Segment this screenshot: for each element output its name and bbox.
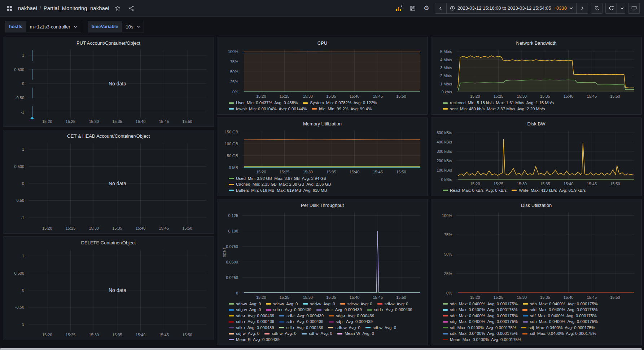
chevron-right-icon xyxy=(580,6,584,10)
legend-item[interactable]: UserMin: 0.0437% Avg: 0.438% xyxy=(229,100,298,106)
legend-item[interactable]: sdk-wAvg: 0 xyxy=(264,331,296,337)
legend-item[interactable]: sdiMax: 0.0400% Avg: 0.000175% xyxy=(443,325,516,331)
panel-title[interactable]: GET & HEAD Account/Container/Object xyxy=(6,132,211,140)
breadcrumb: nakhaei / Partial_Monitoring_nakhaei xyxy=(18,5,109,11)
panel-title[interactable]: DELETE Container/Object xyxy=(6,238,211,247)
panel-title[interactable]: Disk BW xyxy=(434,119,639,128)
legend-item[interactable]: BuffersMin: 616 MB Max: 619 MB Avg: 618 … xyxy=(229,188,327,194)
legend-item[interactable]: ReadMax: 0 kB/s Avg: 0 kB/s xyxy=(443,188,507,194)
legend-item[interactable]: sdfMax: 0.0400% Avg: 0.000175% xyxy=(523,313,597,319)
memory-chart[interactable]: 150 GB100 GB50 GB0 MB15:2015:2515:3015:3… xyxy=(220,128,425,175)
legend-color-swatch xyxy=(312,108,317,110)
legend-item[interactable]: sdi-wAvg: 0 xyxy=(365,325,396,331)
legend-item[interactable]: Mean-WAvg: 0 xyxy=(337,331,374,337)
time-range-picker[interactable]: 2023-03-12 15:16:00 to 2023-03-12 15:54:… xyxy=(446,3,577,14)
star-icon[interactable] xyxy=(112,3,123,14)
x-tick-label: 15:20 xyxy=(256,295,266,300)
legend-item[interactable]: sdf-rAvg: 0.000439 xyxy=(279,313,324,319)
legend-item[interactable]: IowaitMin: 0.00104% Avg: 0.00144% xyxy=(229,106,307,112)
y-tick-label: 75% xyxy=(434,232,452,237)
legend-item[interactable]: CachedMin: 2.33 GB Max: 2.38 GB Avg: 2.3… xyxy=(229,182,331,187)
legend-item[interactable]: sdb-wAvg: 0 xyxy=(229,301,261,307)
variable-timevariable-select[interactable]: 10s xyxy=(122,21,144,32)
legend-item[interactable]: sdcMax: 0.0400% Avg: 0.000175% xyxy=(443,307,517,313)
legend-item[interactable]: sdg-wAvg: 0 xyxy=(229,307,261,313)
delete-chart[interactable]: 10.5000-0.50-115:2015:2515:3015:3515:401… xyxy=(6,247,211,338)
y-axis-unit: ops/s xyxy=(222,245,226,260)
legend-item[interactable]: sdhMax: 0.0400% Avg: 0.000175% xyxy=(523,319,598,325)
save-dashboard-button[interactable] xyxy=(407,3,418,14)
panel-title[interactable]: Disk Utilization xyxy=(434,201,639,209)
legend-item[interactable]: sdi-rAvg: 0.000439 xyxy=(279,319,323,325)
horizontal-scrollbar[interactable] xyxy=(0,348,642,350)
legend-item[interactable]: sdb-rAvg: 0.000439 xyxy=(266,307,311,313)
legend-item[interactable]: recievedMin: 5.18 kb/s Max: 1.61 Mb/s Av… xyxy=(443,100,554,106)
share-icon[interactable] xyxy=(126,3,137,14)
panel-disk-utilization: Disk Utilization 100%75%50%25%0%15:2015:… xyxy=(431,199,642,345)
time-shift-forward-button[interactable] xyxy=(577,3,588,14)
legend-item[interactable]: sdl-wAvg: 0 xyxy=(302,331,332,337)
zoom-out-button[interactable] xyxy=(591,3,603,14)
panel-title[interactable]: Per Disk Throughput xyxy=(220,201,425,209)
cpu-chart[interactable]: 100%75%50%25%0%15:2015:2515:3015:3515:40… xyxy=(220,47,425,99)
legend-item[interactable]: sdh-wAvg: 0 xyxy=(328,325,360,331)
dashboard-grid: PUT Account/Container/Object 10.5000-0.5… xyxy=(0,37,644,350)
legend-item[interactable]: sdg-rAvg: 0.000439 xyxy=(329,313,374,319)
legend-item[interactable]: sdf-wAvg: 0 xyxy=(377,301,408,307)
panel-title[interactable]: CPU xyxy=(220,39,425,47)
disk-utilization-chart[interactable]: 100%75%50%25%0%15:2015:2515:3015:3515:40… xyxy=(434,209,639,300)
legend-item[interactable]: sdgMax: 0.0400% Avg: 0.000175% xyxy=(443,319,518,325)
per-disk-throughput-chart[interactable]: 0.1250.1000.07500.05000.0250015:2015:251… xyxy=(220,209,425,300)
legend-item[interactable]: sdc-wAvg: 0 xyxy=(266,301,298,307)
panel-title[interactable]: Memory Utilization xyxy=(220,119,425,128)
tv-mode-button[interactable] xyxy=(628,3,640,14)
time-shift-back-button[interactable] xyxy=(435,3,446,14)
legend-item[interactable]: sdk-rAvg: 0.000439 xyxy=(229,325,274,331)
dashboard-settings-button[interactable]: ⚙ xyxy=(421,3,432,14)
legend-item[interactable]: sdlMax: 0.0400% Avg: 0.000175% xyxy=(522,331,596,337)
refresh-button[interactable] xyxy=(605,3,617,14)
legend-item[interactable]: sentMin: 480 kb/s Max: 3.37 Mb/s Avg: 2.… xyxy=(443,106,545,112)
variable-hostis-select[interactable]: m-r1z1s3-controller xyxy=(26,21,81,32)
breadcrumb-dashboard-title[interactable]: Partial_Monitoring_nakhaei xyxy=(44,5,109,11)
legend-color-swatch xyxy=(523,321,528,323)
legend-item[interactable]: sdh-rAvg: 0.000439 xyxy=(229,319,274,325)
add-panel-button[interactable] xyxy=(394,3,404,14)
legend-item[interactable]: sde-wAvg: 0 xyxy=(340,301,372,307)
panel-title[interactable]: PUT Account/Container/Object xyxy=(6,39,211,47)
legend-item[interactable]: sddMax: 0.0400% Avg: 0.000175% xyxy=(522,307,597,313)
panel-title[interactable]: Network Bandwidth xyxy=(434,39,639,47)
legend-item[interactable]: sdjMax: 0.0400% Avg: 0.000175% xyxy=(521,325,595,331)
x-tick-label: 15:50 xyxy=(396,169,406,174)
disk-bw-legend: ReadMax: 0 kB/s Avg: 0 kB/s WriteMax: 41… xyxy=(434,187,639,194)
network-bandwidth-chart[interactable]: 5 Mb/s4 Mb/s3 Mb/s2 Mb/s1 Mb/s0 kb/s15:2… xyxy=(434,47,639,99)
legend-item[interactable]: sdkMax: 0.0400% Avg: 0.000175% xyxy=(443,331,517,337)
apps-menu-button[interactable] xyxy=(4,3,15,14)
legend-item[interactable]: sde-rAvg: 0.000439 xyxy=(229,313,274,319)
put-chart[interactable]: 10.5000-0.50-115:2015:2515:3015:3515:401… xyxy=(6,47,211,124)
get-head-chart[interactable]: 10.5000-0.50-115:2015:2515:3015:3515:401… xyxy=(6,140,211,231)
legend-item[interactable]: sdaMax: 0.0400% Avg: 0.000175% xyxy=(443,301,518,307)
legend-color-swatch xyxy=(443,339,448,340)
legend-item[interactable]: MeanMax: 0.0400% Avg: 0.000175% xyxy=(443,337,521,343)
legend-item[interactable]: sdj-wAvg: 0 xyxy=(229,331,259,337)
breadcrumb-folder[interactable]: nakhaei xyxy=(18,5,37,11)
legend-item[interactable]: sdd-rAvg: 0.000439 xyxy=(367,307,412,313)
x-tick-label: 15:25 xyxy=(66,119,76,124)
legend-item[interactable]: sdl-rAvg: 0.000439 xyxy=(279,325,323,331)
legend-item[interactable]: SystemMin: 0.0782% Avg: 0.122% xyxy=(303,100,377,106)
refresh-interval-dropdown[interactable] xyxy=(617,3,625,14)
legend-item[interactable]: sdbMax: 0.0400% Avg: 0.000175% xyxy=(523,301,598,307)
legend-item[interactable]: sdc-rAvg: 0.000439 xyxy=(316,307,362,313)
legend-item[interactable]: sdj-rAvg: 0.000439 xyxy=(329,319,373,325)
disk-bw-chart[interactable]: 500 kB/s400 kB/s300 kB/s200 kB/s100 kB/s… xyxy=(434,128,639,187)
legend-item[interactable]: idleMin: 99.2% Avg: 99.4% xyxy=(312,106,372,112)
legend-item[interactable]: sdeMax: 0.0400% Avg: 0.000175% xyxy=(443,313,518,319)
x-tick-label: 15:35 xyxy=(112,226,122,231)
dashboard-variables-bar: hostIs m-r1z1s3-controller timeVariable … xyxy=(0,17,644,37)
legend-item[interactable]: WriteMax: 413 kB/s Avg: 61.9 kB/s xyxy=(512,188,586,194)
legend-item[interactable]: sdd-wAvg: 0 xyxy=(303,301,335,307)
y-tick-label: 0 xyxy=(6,181,24,186)
legend-item[interactable]: UsedMin: 3.92 GB Max: 3.97 GB Avg: 3.94 … xyxy=(229,176,327,182)
legend-item[interactable]: Mean-RAvg: 0.000439 xyxy=(229,337,280,343)
